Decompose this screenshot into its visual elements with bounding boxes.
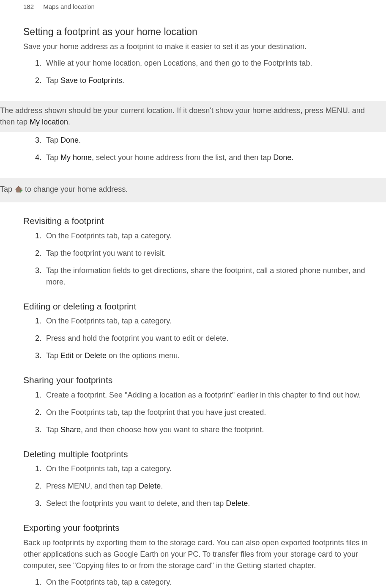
list-item: On the Footprints tab, tap the footprint… — [44, 407, 386, 418]
list-item: Tap My home, select your home address fr… — [44, 152, 386, 163]
list-item: Tap Edit or Delete on the options menu. — [44, 350, 386, 362]
list-item: Tap the information fields to get direct… — [44, 265, 386, 288]
tip-callout: Tap to change your home address. — [0, 178, 386, 202]
list-item: Tap Save to Footprints. — [44, 75, 386, 86]
page-header: 182 Maps and location — [0, 0, 386, 12]
list-item: While at your home location, open Locati… — [44, 58, 386, 69]
list-item: Select the footprints you want to delete… — [44, 498, 386, 509]
list-item: Press MENU, and then tap Delete. — [44, 480, 386, 492]
heading-edit-delete: Editing or deleting a footprint — [23, 300, 386, 313]
home-icon — [14, 185, 23, 196]
heading-delete-multiple: Deleting multiple footprints — [23, 447, 386, 461]
list-item: Create a footprint. See "Adding a locati… — [44, 389, 386, 401]
page-number: 182 — [23, 2, 34, 12]
intro-set-home: Save your home address as a footprint to… — [23, 41, 386, 52]
list-item: Tap the footprint you want to revisit. — [44, 248, 386, 259]
heading-exporting: Exporting your footprints — [23, 521, 386, 535]
list-item: On the Footprints tab, tap a category. — [44, 463, 386, 475]
header-section: Maps and location — [43, 3, 95, 10]
list-item: Tap Done. — [44, 135, 386, 146]
intro-exporting: Back up footprints by exporting them to … — [23, 537, 386, 571]
heading-revisit: Revisiting a footprint — [23, 214, 386, 228]
list-item: Press and hold the footprint you want to… — [44, 333, 386, 344]
list-item: On the Footprints tab, tap a category. — [44, 577, 386, 588]
heading-set-home: Setting a footprint as your home locatio… — [23, 25, 386, 39]
note-callout: The address shown should be your current… — [0, 101, 386, 132]
list-item: On the Footprints tab, tap a category. — [44, 315, 386, 327]
list-item: Tap Share, and then choose how you want … — [44, 424, 386, 436]
heading-sharing: Sharing your footprints — [23, 373, 386, 387]
list-item: On the Footprints tab, tap a category. — [44, 230, 386, 242]
